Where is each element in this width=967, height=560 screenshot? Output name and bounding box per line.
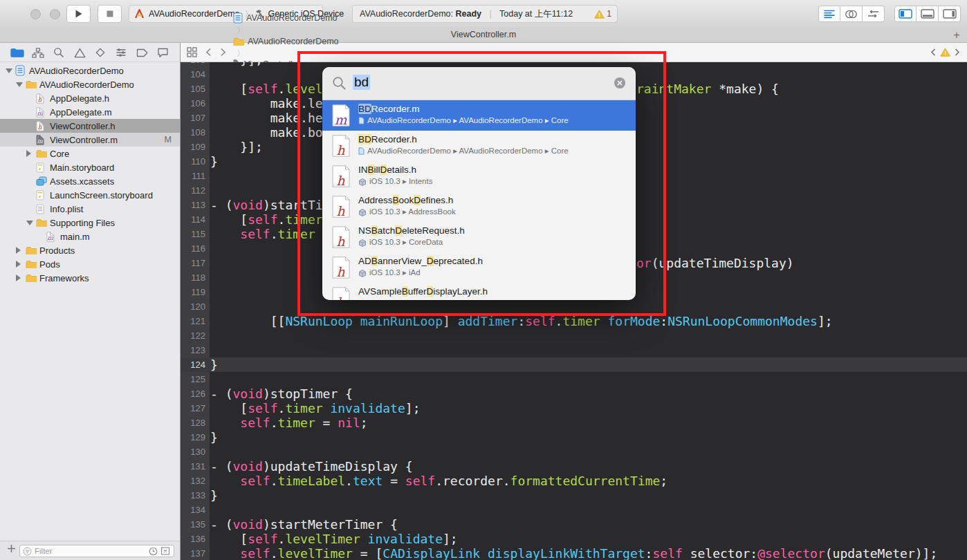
sidebar-item-frameworks[interactable]: Frameworks <box>0 271 180 285</box>
open-quickly-result[interactable]: hADBannerView_Deprecated.hiOS 10.3 ▸ iAd <box>322 252 636 283</box>
line-number[interactable]: 114 <box>181 212 205 227</box>
line-number[interactable]: 126 <box>181 386 205 401</box>
line-number[interactable]: 103 <box>181 62 205 67</box>
previous-issue-icon[interactable] <box>930 48 936 56</box>
code-line-120[interactable]: 120 <box>181 299 967 314</box>
sidebar-item-core[interactable]: Core <box>0 147 180 160</box>
disclosure-open-icon[interactable] <box>16 82 23 87</box>
sidebar-item-appdelegate-m[interactable]: mAppDelegate.m <box>0 105 180 119</box>
disclosure-closed-icon[interactable] <box>26 150 31 157</box>
sidebar-item-pods[interactable]: Pods <box>0 257 180 271</box>
line-number[interactable]: 121 <box>181 314 205 328</box>
open-quickly-result[interactable]: hAddressBookDefines.hiOS 10.3 ▸ AddressB… <box>322 192 636 222</box>
search-input[interactable]: bd <box>353 75 370 90</box>
scm-status-filter-icon[interactable] <box>160 547 170 555</box>
run-button[interactable] <box>66 5 91 23</box>
forward-chevron-icon[interactable] <box>220 48 226 57</box>
line-number[interactable]: 133 <box>181 488 205 503</box>
line-number[interactable]: 117 <box>181 256 205 270</box>
line-number[interactable]: 137 <box>181 546 205 560</box>
line-number[interactable]: 131 <box>181 459 205 474</box>
code-line-128[interactable]: 128 self.timer = nil; <box>181 416 967 430</box>
project-navigator-icon[interactable] <box>10 46 24 59</box>
line-number[interactable]: 107 <box>181 111 205 125</box>
issue-navigator-icon[interactable] <box>73 46 86 59</box>
sidebar-item-avaudiorecorderdemo[interactable]: AVAudioRecorderDemo <box>0 64 180 77</box>
line-number[interactable]: 119 <box>181 285 205 299</box>
symbol-navigator-icon[interactable] <box>31 46 45 59</box>
code-line-136[interactable]: 136 [self.levelTimer invalidate]; <box>181 532 967 546</box>
line-number[interactable]: 116 <box>181 241 205 256</box>
open-quickly-result[interactable]: hINBillDetails.hiOS 10.3 ▸ Intents <box>322 161 636 192</box>
line-number[interactable]: 123 <box>181 343 205 357</box>
disclosure-closed-icon[interactable] <box>16 247 21 254</box>
test-navigator-icon[interactable] <box>93 46 107 59</box>
line-number[interactable]: 125 <box>181 372 205 386</box>
code-line-137[interactable]: 137 self.levelTimer = [CADisplayLink dis… <box>181 546 967 560</box>
related-items-icon[interactable] <box>187 47 197 57</box>
line-number[interactable]: 132 <box>181 474 205 488</box>
sidebar-item-viewcontroller-h[interactable]: hViewController.h <box>0 119 180 133</box>
open-quickly-result[interactable]: mBDRecorder.mAVAudioRecorderDemo ▸ AVAud… <box>322 100 636 131</box>
sidebar-item-main-storyboard[interactable]: Main.storyboard <box>0 160 180 174</box>
disclosure-open-icon[interactable] <box>26 221 33 225</box>
line-number[interactable]: 124 <box>181 357 205 372</box>
stop-button[interactable] <box>98 5 122 23</box>
code-line-103[interactable]: 103 }]; <box>181 62 967 67</box>
next-issue-icon[interactable] <box>955 48 960 56</box>
back-chevron-icon[interactable] <box>205 48 212 57</box>
assistant-editor-button[interactable] <box>840 6 863 22</box>
scheme-project-label[interactable]: AVAudioRecorderDemo <box>149 9 240 19</box>
standard-editor-button[interactable] <box>818 6 840 22</box>
code-line-127[interactable]: 127 [self.timer invalidate]; <box>181 401 967 416</box>
recent-files-clock-icon[interactable] <box>149 547 158 556</box>
line-number[interactable]: 109 <box>181 140 205 154</box>
open-quickly-result[interactable]: hNSBatchDeleteRequest.hiOS 10.3 ▸ CoreDa… <box>322 222 636 252</box>
code-line-126[interactable]: 126- (void)stopTimer { <box>181 386 967 401</box>
sidebar-item-avaudiorecorderdemo[interactable]: AVAudioRecorderDemo <box>0 77 180 91</box>
issue-warning-icon[interactable] <box>940 48 950 57</box>
warning-badge[interactable]: 1 <box>594 9 611 19</box>
line-number[interactable]: 115 <box>181 227 205 241</box>
sidebar-item-launchscreen-storyboard[interactable]: LaunchScreen.storyboard <box>0 188 180 202</box>
clear-search-icon[interactable] <box>614 77 626 89</box>
line-number[interactable]: 108 <box>181 125 205 140</box>
code-line-134[interactable]: 134 <box>181 503 967 517</box>
sidebar-item-info-plist[interactable]: Info.plist <box>0 202 180 216</box>
open-quickly-result[interactable]: hBDRecorder.hAVAudioRecorderDemo ▸ AVAud… <box>322 131 636 161</box>
line-number[interactable]: 122 <box>181 328 205 343</box>
toggle-inspector-button[interactable] <box>939 6 961 22</box>
line-number[interactable]: 136 <box>181 532 205 546</box>
line-number[interactable]: 105 <box>181 82 205 96</box>
disclosure-closed-icon[interactable] <box>16 274 21 281</box>
minimize-window-button[interactable] <box>50 9 60 19</box>
sidebar-item-main-m[interactable]: mmain.m <box>0 230 180 243</box>
line-number[interactable]: 120 <box>181 299 205 314</box>
code-line-121[interactable]: 121 [[NSRunLoop mainRunLoop] addTimer:se… <box>181 314 967 328</box>
line-number[interactable]: 113 <box>181 198 205 212</box>
find-navigator-icon[interactable] <box>52 46 66 59</box>
disclosure-closed-icon[interactable] <box>16 261 21 268</box>
breadcrumb-item[interactable]: AVAudioRecorderDemo <box>233 12 372 24</box>
filter-input[interactable]: Filter <box>19 545 174 557</box>
toggle-debug-area-button[interactable] <box>917 6 939 22</box>
sidebar-item-assets-xcassets[interactable]: Assets.xcassets <box>0 174 180 188</box>
line-number[interactable]: 104 <box>181 67 205 82</box>
line-number[interactable]: 128 <box>181 416 205 430</box>
breadcrumb-item[interactable]: AVAudioRecorderDemo <box>233 37 372 46</box>
line-number[interactable]: 135 <box>181 517 205 532</box>
sidebar-item-viewcontroller-m[interactable]: mViewController.mM <box>0 133 180 147</box>
code-line-125[interactable]: 125 <box>181 372 967 386</box>
code-line-132[interactable]: 132 self.timeLabel.text = self.recorder.… <box>181 474 967 488</box>
line-number[interactable]: 130 <box>181 445 205 459</box>
breakpoint-navigator-icon[interactable] <box>135 46 149 59</box>
disclosure-open-icon[interactable] <box>6 68 12 73</box>
code-line-123[interactable]: 123 <box>181 343 967 357</box>
code-line-129[interactable]: 129} <box>181 430 967 445</box>
sidebar-item-appdelegate-h[interactable]: hAppDelegate.h <box>0 91 180 105</box>
report-navigator-icon[interactable] <box>156 46 169 59</box>
sidebar-item-products[interactable]: Products <box>0 243 180 257</box>
line-number[interactable]: 111 <box>181 169 205 183</box>
version-editor-button[interactable] <box>863 6 885 22</box>
toggle-navigator-button[interactable] <box>894 6 917 22</box>
